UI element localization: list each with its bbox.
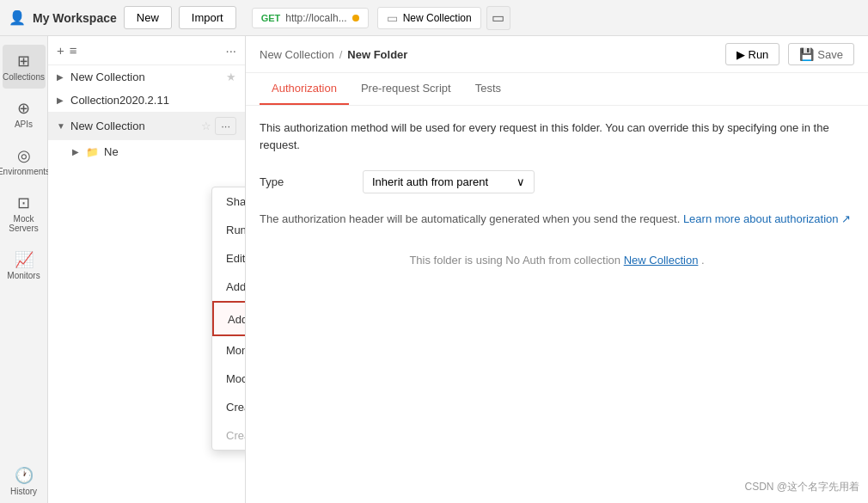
- request-tab[interactable]: GET http://localh...: [252, 8, 369, 28]
- star-icon[interactable]: ☆: [201, 120, 211, 132]
- chevron-icon: ▶: [72, 147, 83, 156]
- apis-label: APIs: [15, 120, 33, 129]
- collection-tab-label: New Collection: [403, 12, 472, 24]
- run-icon: ▶: [737, 48, 745, 61]
- add-folder-label: Add folder: [228, 313, 246, 326]
- type-label: Type: [260, 175, 363, 188]
- tree-label: Ne: [104, 145, 236, 158]
- save-button[interactable]: 💾 Save: [788, 43, 854, 65]
- top-bar: 👤 My Workspace New Import GET http://loc…: [0, 0, 868, 36]
- workspace-icon: 👤: [9, 9, 26, 26]
- menu-item-monitor[interactable]: Monitor collection: [212, 336, 246, 365]
- chevron-down-icon: ∨: [517, 175, 525, 188]
- run-button[interactable]: ▶ Run: [725, 43, 780, 65]
- breadcrumb-collection: New Collection: [260, 48, 334, 61]
- history-icon: 🕐: [15, 466, 34, 485]
- run-label: Run: [749, 48, 769, 61]
- workspace-title: My Workspace: [33, 11, 117, 25]
- tree-item-collection-2020[interactable]: ▶ Collection2020.2.11: [48, 89, 245, 112]
- sidebar-item-collections[interactable]: ⊞ Collections: [3, 45, 46, 89]
- type-value: Inherit auth from parent: [372, 175, 488, 188]
- breadcrumb-actions: ▶ Run 💾 Save: [725, 43, 855, 65]
- more-options-button[interactable]: ···: [225, 43, 236, 58]
- breadcrumb-current: New Folder: [347, 48, 407, 61]
- tree-label: New Collection: [70, 120, 198, 132]
- monitors-label: Monitors: [7, 271, 40, 280]
- sidebar-item-history[interactable]: 🕐 History: [3, 459, 46, 503]
- environments-icon: ◎: [17, 146, 31, 165]
- tab-pre-request-script[interactable]: Pre-request Script: [349, 73, 463, 105]
- menu-item-mock[interactable]: Mock collection: [212, 365, 246, 393]
- environments-label: Environments: [0, 167, 50, 176]
- collection-tab[interactable]: ▭ New Collection: [377, 7, 481, 29]
- tree-label: Collection2020.2.11: [70, 94, 236, 107]
- more-tabs-icon: ▭: [492, 9, 504, 26]
- menu-item-fork[interactable]: Create a fork: [212, 393, 246, 421]
- menu-item-add-folder[interactable]: Add folder ◀: [212, 301, 246, 336]
- menu-item-add-request[interactable]: Add request: [212, 273, 246, 301]
- new-button[interactable]: New: [124, 6, 172, 29]
- panel-header: + ≡ ···: [48, 36, 245, 65]
- right-panel: New Collection / New Folder ▶ Run 💾 Save…: [246, 36, 868, 503]
- folder-icon: 📁: [86, 146, 99, 158]
- auth-description: This authorization method will be used f…: [260, 120, 854, 153]
- breadcrumb-bar: New Collection / New Folder ▶ Run 💾 Save: [246, 36, 868, 73]
- tree-item-new-collection-3[interactable]: ▼ New Collection ☆ ···: [48, 112, 245, 140]
- add-collection-button[interactable]: +: [57, 43, 64, 58]
- pull-request-label: Create Pull Request: [226, 429, 246, 442]
- tree-item-new-folder[interactable]: ▶ 📁 Ne: [48, 140, 245, 163]
- collection-link[interactable]: New Collection: [624, 254, 699, 267]
- content-area: This authorization method will be used f…: [246, 106, 868, 503]
- menu-item-share[interactable]: Share collection: [212, 187, 246, 216]
- panel-header-actions: ···: [225, 43, 236, 58]
- status-dot: [352, 15, 359, 21]
- tab-tests[interactable]: Tests: [463, 73, 513, 105]
- star-icon[interactable]: ★: [226, 71, 236, 83]
- breadcrumb-separator: /: [339, 48, 343, 61]
- chevron-icon: ▶: [57, 72, 67, 82]
- sidebar-item-monitors[interactable]: 📈 Monitors: [3, 243, 46, 287]
- menu-item-run[interactable]: Run collection: [212, 216, 246, 244]
- history-label: History: [10, 487, 37, 496]
- monitors-icon: 📈: [15, 250, 34, 269]
- sidebar-item-apis[interactable]: ⊕ APIs: [3, 92, 46, 136]
- chevron-icon: ▶: [57, 95, 67, 105]
- tree-label: New Collection: [70, 71, 223, 83]
- tabs-row: Authorization Pre-request Script Tests: [246, 73, 868, 106]
- tab-authorization[interactable]: Authorization: [260, 73, 349, 105]
- type-row: Type Inherit auth from parent ∨: [260, 170, 854, 193]
- type-select[interactable]: Inherit auth from parent ∨: [363, 170, 535, 193]
- tree-item-new-collection-1[interactable]: ▶ New Collection ★: [48, 65, 245, 89]
- more-button[interactable]: ···: [215, 117, 236, 135]
- main-layout: ⊞ Collections ⊕ APIs ◎ Environments ⊡ Mo…: [0, 36, 868, 503]
- menu-item-edit[interactable]: Edit: [212, 244, 246, 273]
- sidebar-item-mock-servers[interactable]: ⊡ Mock Servers: [3, 187, 46, 240]
- auto-gen-note: The authorization header will be automat…: [260, 211, 854, 228]
- import-button[interactable]: Import: [179, 6, 236, 29]
- collections-label: Collections: [3, 72, 45, 82]
- tab-bar: GET http://localh... ▭ New Collection ▭: [252, 6, 859, 30]
- save-icon: 💾: [799, 47, 814, 61]
- apis-icon: ⊕: [17, 99, 30, 118]
- watermark: CSDN @这个名字先用着: [744, 480, 859, 494]
- menu-item-pull-request[interactable]: Create Pull Request: [212, 421, 246, 450]
- filter-button[interactable]: ≡: [70, 43, 77, 58]
- no-auth-note: This folder is using No Auth from collec…: [260, 254, 854, 267]
- save-label: Save: [817, 48, 843, 61]
- collection-tab-icon: ▭: [387, 11, 398, 25]
- sidebar-icons: ⊞ Collections ⊕ APIs ◎ Environments ⊡ Mo…: [0, 36, 48, 503]
- more-tabs-button[interactable]: ▭: [486, 6, 510, 30]
- chevron-icon: ▼: [57, 121, 67, 131]
- dropdown-menu: Share collection Run collection Edit Add…: [211, 187, 246, 451]
- collections-panel: + ≡ ··· ▶ New Collection ★ ▶ Collection2…: [48, 36, 246, 503]
- sidebar-item-environments[interactable]: ◎ Environments: [3, 139, 46, 183]
- learn-more-link[interactable]: Learn more about authorization ↗: [683, 212, 851, 225]
- request-url: http://localh...: [285, 12, 346, 24]
- get-method-label: GET: [261, 13, 281, 23]
- mock-servers-icon: ⊡: [17, 193, 30, 212]
- collections-icon: ⊞: [17, 52, 30, 71]
- mock-servers-label: Mock Servers: [6, 214, 42, 233]
